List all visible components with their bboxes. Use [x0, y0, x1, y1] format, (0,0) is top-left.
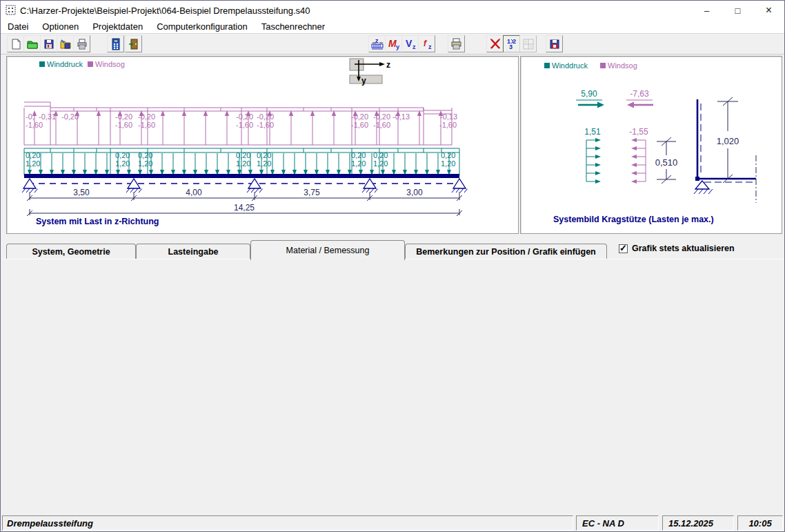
grafik-aktualisieren-row: Grafik stets aktualisieren — [619, 244, 735, 253]
winddruck-q-value: 1,51 — [584, 127, 601, 137]
svg-text:V: V — [406, 38, 413, 49]
system-diagram-panel: Winddruck Windsog z y -0, — [6, 56, 519, 234]
windsog-force-value: -7,63 — [630, 89, 649, 99]
windsog-value: -1,60 — [257, 121, 274, 129]
svg-text:3: 3 — [509, 43, 513, 50]
table-grid-icon — [522, 38, 535, 50]
svg-text:y: y — [396, 43, 399, 50]
winddruck-value: 1,20 — [138, 159, 152, 168]
height-dimension-value: 0,510 — [655, 157, 678, 168]
windsog-value: -0,31 — [39, 112, 56, 121]
moment-my-button[interactable]: My — [385, 35, 402, 52]
windsog-legend-label: Windsog — [608, 61, 637, 70]
span-dimension: 4,00 — [186, 188, 202, 197]
axis-y-label: y — [361, 76, 366, 86]
windsog-value: -1,60 — [236, 121, 253, 129]
winddruck-legend-swatch — [544, 63, 550, 68]
system-z-diagram: Winddruck Windsog z y -0, — [7, 57, 516, 231]
menu-datei[interactable]: Datei — [1, 21, 35, 32]
delete-results-button[interactable] — [486, 35, 504, 52]
windsog-value: -1,60 — [115, 121, 132, 129]
winddruck-force-value: 5,90 — [581, 89, 597, 99]
load-fz-icon: fz — [420, 37, 434, 50]
windsog-value: -0,20 — [373, 112, 390, 121]
numbering-123-icon: 123 — [505, 37, 519, 50]
winddruck-value: 1,20 — [26, 159, 40, 168]
shear-vz-button[interactable]: Vz — [401, 35, 419, 52]
total-dimension: 14,25 — [234, 203, 255, 213]
winddruck-value: 1,20 — [115, 159, 130, 168]
save-as-button[interactable] — [57, 35, 74, 52]
menu-taschenrechner[interactable]: Taschenrechner — [255, 21, 332, 32]
windsog-value: -1,60 — [351, 121, 368, 129]
winddruck-value: 0,20 — [257, 151, 271, 159]
winddruck-distributed-arrowheads — [595, 138, 601, 184]
menu-optionen[interactable]: Optionen — [35, 21, 86, 32]
winddruck-value: 0,20 — [26, 151, 40, 159]
winddruck-value: 1,20 — [257, 159, 271, 168]
winddruck-value: 0,20 — [236, 151, 250, 159]
windsog-legend-swatch — [88, 61, 93, 67]
windsog-legend-swatch — [600, 63, 606, 68]
exit-door-icon — [128, 38, 140, 50]
status-bar: Drempelaussteifung EC - NA D 15.12.2025 … — [1, 514, 784, 532]
dimension-z-button[interactable]: z — [368, 35, 386, 52]
windsog-value: -1,60 — [439, 121, 457, 129]
windsog-value: -0, — [26, 112, 34, 121]
open-button[interactable] — [23, 35, 41, 52]
numbering-button[interactable]: 123 — [503, 35, 520, 52]
print-setup-button[interactable] — [73, 35, 90, 52]
minimize-button[interactable]: – — [691, 1, 722, 20]
new-file-button[interactable] — [7, 35, 24, 52]
status-date: 15.12.2025 — [662, 515, 734, 531]
left-diagram-caption: System mit Last in z-Richtung — [36, 217, 159, 226]
tab-system-geometrie[interactable]: System, Geometrie — [6, 244, 136, 259]
menu-projektdaten[interactable]: Projektdaten — [86, 21, 150, 32]
status-norm: EC - NA D — [576, 515, 659, 531]
tab-bemerkungen[interactable]: Bemerkungen zur Position / Grafik einfüg… — [405, 244, 607, 259]
windsog-force-arrowhead — [627, 102, 634, 108]
tab-lasteingabe[interactable]: Lasteingabe — [136, 244, 250, 259]
kragstuetze-diagram: Winddruck Windsog 5,90 -7,63 1,51 -1,55 … — [521, 57, 779, 231]
windsog-value: -1,60 — [373, 121, 390, 129]
save-results-button[interactable] — [546, 35, 563, 52]
windsog-distributed-arrowheads — [631, 138, 637, 184]
winddruck-value: 0,20 — [441, 151, 455, 159]
shear-vz-icon: Vz — [404, 37, 417, 50]
save-button[interactable] — [40, 35, 57, 52]
maximize-button[interactable]: □ — [722, 1, 753, 20]
windsog-value: -0,13 — [440, 112, 457, 121]
windsog-value: -0,20 — [257, 112, 274, 121]
span-dimension: 3,50 — [73, 188, 90, 197]
dimension-z-icon: z — [370, 37, 384, 50]
status-position: Drempelaussteifung — [2, 515, 573, 531]
calculator-icon — [110, 38, 122, 50]
toolbar: z My Vz fz 123 — [1, 33, 784, 55]
windsog-q-value: -1,55 — [629, 127, 648, 137]
grafik-aktualisieren-checkbox[interactable] — [619, 244, 628, 253]
load-fz-button[interactable]: fz — [418, 35, 435, 52]
span-dimension: 3,00 — [406, 188, 423, 197]
axis-z-label: z — [386, 60, 390, 70]
printer-icon — [450, 37, 464, 50]
save-results-icon — [548, 38, 561, 50]
windsog-value: -0,20 — [236, 112, 253, 121]
winddruck-value: 1,20 — [351, 159, 366, 168]
winddruck-value: 0,20 — [351, 151, 366, 159]
coordinate-axis-icon: z y — [350, 59, 390, 86]
printer-small-icon — [76, 38, 88, 50]
calculator-button[interactable] — [107, 35, 124, 52]
winddruck-legend-swatch — [39, 61, 45, 67]
svg-text:f: f — [424, 39, 427, 48]
windsog-distributed-load — [635, 140, 646, 181]
total-height-dimension-value: 1,020 — [717, 136, 739, 146]
print-button[interactable] — [448, 35, 465, 52]
windsog-value: -0,20 — [115, 112, 132, 121]
winddruck-value: 0,20 — [138, 151, 152, 159]
exit-button[interactable] — [125, 35, 142, 52]
span-dimension: 3,75 — [304, 188, 320, 197]
menu-computerkonfiguration[interactable]: Computerkonfiguration — [150, 21, 255, 32]
close-button[interactable]: × — [753, 1, 784, 20]
winddruck-value: 0,20 — [115, 151, 130, 159]
tab-material-bemessung[interactable]: Material / Bemessung — [250, 240, 405, 260]
